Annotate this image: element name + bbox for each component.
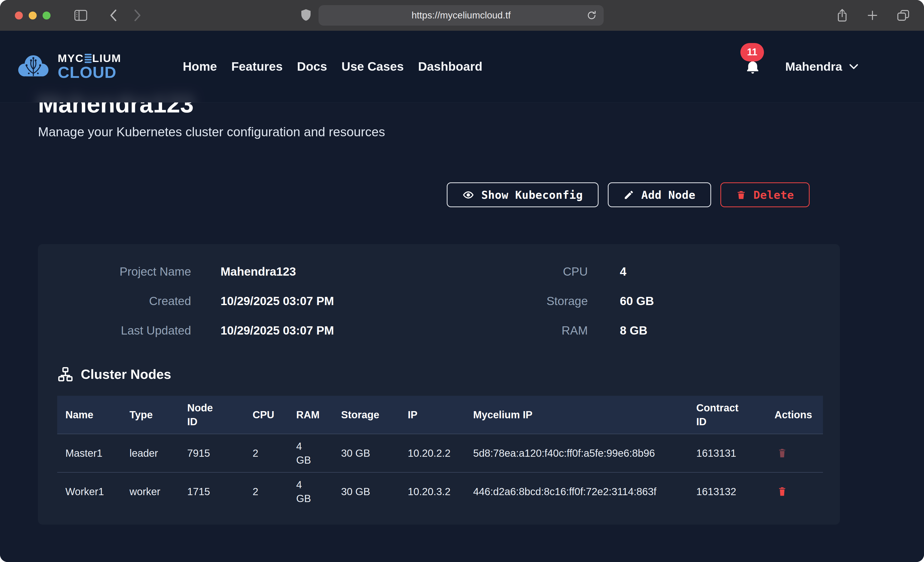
trash-icon: [778, 486, 787, 497]
refresh-icon: [586, 10, 597, 21]
main-nav: Home Features Docs Use Cases Dashboard: [183, 60, 482, 73]
header-right: 11 Mahendra: [744, 58, 859, 75]
cluster-nodes-title: Cluster Nodes: [81, 366, 171, 382]
tab-overview-icon: [897, 9, 910, 21]
add-node-label: Add Node: [641, 188, 696, 201]
detail-label-ram: RAM: [440, 323, 588, 337]
cloud-logo-icon: [14, 51, 52, 82]
cell-cpu: 2: [244, 434, 288, 472]
brand-word-pre: MYC: [58, 53, 84, 64]
col-contract-id: Contract ID: [688, 396, 766, 434]
col-mycelium-ip: Mycelium IP: [465, 396, 688, 434]
col-cpu: CPU: [244, 396, 288, 434]
nav-home[interactable]: Home: [183, 60, 217, 73]
detail-value-created: 10/29/2025 03:07 PM: [220, 294, 440, 308]
cell-ip: 10.20.3.2: [399, 472, 465, 511]
brand-word-post: LIUM: [92, 53, 121, 64]
address-bar[interactable]: https://myceliumcloud.tf: [318, 5, 604, 25]
cell-contract-id: 1613132: [688, 472, 766, 511]
table-row: Master1 leader 7915 2 4 GB 30 GB 10.20.2…: [57, 434, 823, 472]
delete-node-button[interactable]: [778, 486, 787, 497]
trash-icon: [778, 448, 787, 458]
cell-type: leader: [121, 434, 179, 472]
table-row: Worker1 worker 1715 2 4 GB 30 GB 10.20.3…: [57, 472, 823, 511]
table-header-row: Name Type Node ID CPU RAM Storage IP Myc…: [57, 396, 823, 434]
zoom-button[interactable]: [43, 12, 51, 19]
detail-label-project-name: Project Name: [57, 265, 191, 278]
window-controls: [15, 12, 51, 19]
shield-icon[interactable]: [301, 9, 311, 22]
cell-mycelium-ip: 446:d2a6:8bcd:8c16:ff0f:72e2:3114:863f: [465, 472, 688, 511]
col-node-id: Node ID: [179, 396, 244, 434]
detail-label-created: Created: [57, 294, 191, 308]
cell-name: Master1: [57, 434, 121, 472]
nav-docs[interactable]: Docs: [297, 60, 327, 73]
share-button[interactable]: [836, 8, 848, 22]
col-ip: IP: [399, 396, 465, 434]
cluster-details-card: Project Name Mahendra123 Created 10/29/2…: [38, 244, 840, 525]
delete-node-button[interactable]: [778, 448, 787, 458]
cell-ram: 4 GB: [288, 472, 333, 511]
cell-cpu: 2: [244, 472, 288, 511]
detail-value-ram: 8 GB: [620, 323, 823, 337]
app-header: MYCLIUM CLOUD Home Features Docs Use Cas…: [0, 31, 924, 102]
nav-features[interactable]: Features: [231, 60, 283, 73]
address-area: https://myceliumcloud.tf: [301, 0, 604, 31]
back-button[interactable]: [108, 9, 119, 22]
cell-storage: 30 GB: [333, 472, 399, 511]
pencil-icon: [623, 190, 634, 200]
notification-badge: 11: [740, 43, 764, 61]
cell-ip: 10.20.2.2: [399, 434, 465, 472]
cell-type: worker: [121, 472, 179, 511]
sidebar-icon: [74, 9, 87, 21]
site-viewport: MYCLIUM CLOUD Home Features Docs Use Cas…: [0, 31, 924, 562]
user-menu[interactable]: Mahendra: [785, 60, 859, 73]
brand-word-cloud: CLOUD: [58, 64, 116, 81]
delete-cluster-label: Delete: [753, 188, 794, 201]
brand-e-glyph: [85, 54, 92, 63]
new-tab-button[interactable]: [867, 9, 878, 21]
col-type: Type: [121, 396, 179, 434]
detail-value-last-updated: 10/29/2025 03:07 PM: [220, 323, 440, 337]
notifications-button[interactable]: 11: [744, 58, 761, 75]
plus-icon: [867, 9, 878, 21]
cell-storage: 30 GB: [333, 434, 399, 472]
nodes-table-body: Master1 leader 7915 2 4 GB 30 GB 10.20.2…: [57, 434, 823, 511]
detail-label-storage: Storage: [440, 294, 588, 308]
browser-window: https://myceliumcloud.tf: [0, 0, 924, 562]
page-content: Mahendra123 Manage your Kubernetes clust…: [0, 31, 924, 525]
cell-name: Worker1: [57, 472, 121, 511]
show-kubeconfig-button[interactable]: Show Kubeconfig: [447, 182, 598, 207]
show-kubeconfig-label: Show Kubeconfig: [482, 188, 583, 201]
col-actions: Actions: [766, 396, 823, 434]
chevron-left-icon: [108, 9, 119, 22]
cluster-toolbar: Show Kubeconfig Add Node Delete: [38, 182, 810, 207]
col-name: Name: [57, 396, 121, 434]
page-subtitle: Manage your Kubernetes cluster configura…: [38, 124, 924, 139]
cell-ram: 4 GB: [288, 434, 333, 472]
nav-dashboard[interactable]: Dashboard: [418, 60, 482, 73]
cluster-nodes-heading: Cluster Nodes: [57, 366, 823, 383]
col-ram: RAM: [288, 396, 333, 434]
close-button[interactable]: [15, 12, 23, 19]
nav-use-cases[interactable]: Use Cases: [341, 60, 404, 73]
chevron-right-icon: [132, 9, 142, 22]
detail-label-last-updated: Last Updated: [57, 323, 191, 337]
detail-value-project-name: Mahendra123: [220, 265, 440, 278]
add-node-button[interactable]: Add Node: [608, 182, 711, 207]
brand-logo[interactable]: MYCLIUM CLOUD: [14, 51, 121, 82]
col-storage: Storage: [333, 396, 399, 434]
nodes-table: Name Type Node ID CPU RAM Storage IP Myc…: [57, 396, 823, 511]
refresh-button[interactable]: [585, 10, 598, 21]
chevron-down-icon: [849, 63, 859, 70]
project-details: Project Name Mahendra123 Created 10/29/2…: [57, 265, 823, 337]
tab-overview-button[interactable]: [897, 9, 910, 21]
delete-cluster-button[interactable]: Delete: [720, 182, 810, 207]
detail-value-storage: 60 GB: [620, 294, 823, 308]
forward-button[interactable]: [132, 9, 142, 22]
cell-mycelium-ip: 5d8:78ea:a120:f40c:ff0f:a5fe:99e6:8b96: [465, 434, 688, 472]
cell-node-id: 1715: [179, 472, 244, 511]
detail-label-cpu: CPU: [440, 265, 588, 278]
minimize-button[interactable]: [29, 12, 37, 19]
sidebar-toggle-button[interactable]: [74, 9, 87, 21]
